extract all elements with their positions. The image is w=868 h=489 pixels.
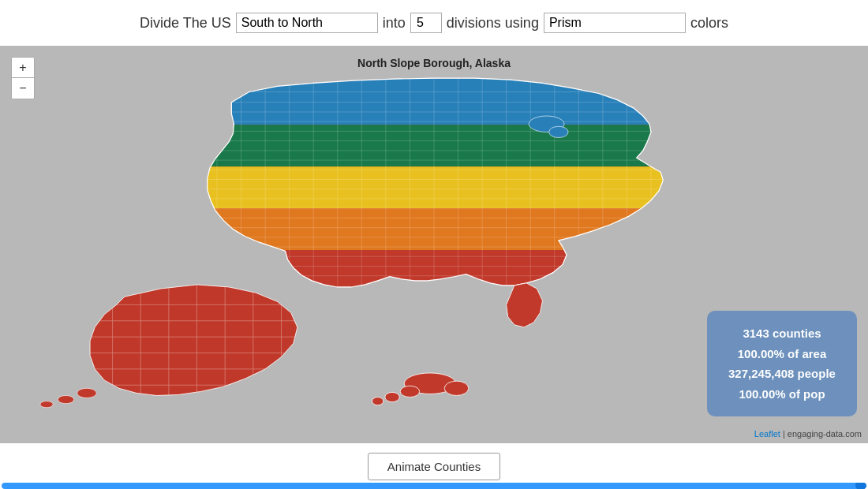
zoom-controls: + −: [11, 57, 35, 99]
stats-box: 3143 counties 100.00% of area 327,245,40…: [707, 311, 857, 416]
color-input[interactable]: [544, 13, 686, 33]
header-prefix: Divide The US: [140, 15, 231, 32]
direction-input[interactable]: [236, 13, 378, 33]
svg-rect-4: [193, 166, 690, 208]
zoom-in-button[interactable]: +: [12, 58, 34, 78]
stats-people: 327,245,408 people: [723, 364, 841, 384]
svg-point-67: [400, 386, 419, 397]
map-tooltip: North Slope Borough, Alaska: [357, 57, 511, 69]
zoom-out-button[interactable]: −: [12, 78, 34, 99]
header-divisions-label: divisions using: [447, 15, 539, 32]
header-into: into: [383, 15, 406, 32]
footer: Animate Counties: [0, 443, 868, 489]
progress-fill: [2, 483, 866, 489]
animate-counties-button[interactable]: Animate Counties: [368, 453, 500, 480]
svg-point-63: [58, 395, 73, 403]
header: Divide The US into divisions using color…: [0, 0, 868, 46]
attribution: Leaflet | engaging-data.com: [754, 429, 862, 439]
svg-point-66: [444, 381, 469, 395]
divisions-input[interactable]: [410, 13, 442, 33]
stats-pop: 100.00% of pop: [723, 384, 841, 405]
svg-point-69: [372, 398, 383, 405]
progress-thumb: [855, 483, 866, 489]
progress-bar[interactable]: [2, 483, 866, 489]
site-attribution: engaging-data.com: [788, 429, 862, 439]
header-colors-label: colors: [690, 15, 728, 32]
stats-counties: 3143 counties: [723, 323, 841, 344]
svg-point-48: [549, 126, 568, 137]
stats-area: 100.00% of area: [723, 344, 841, 364]
map-container[interactable]: + − North Slope Borough, Alaska: [0, 46, 868, 443]
svg-point-62: [77, 388, 96, 398]
svg-point-64: [40, 401, 53, 408]
leaflet-link: Leaflet: [754, 429, 780, 439]
svg-point-68: [385, 392, 399, 401]
